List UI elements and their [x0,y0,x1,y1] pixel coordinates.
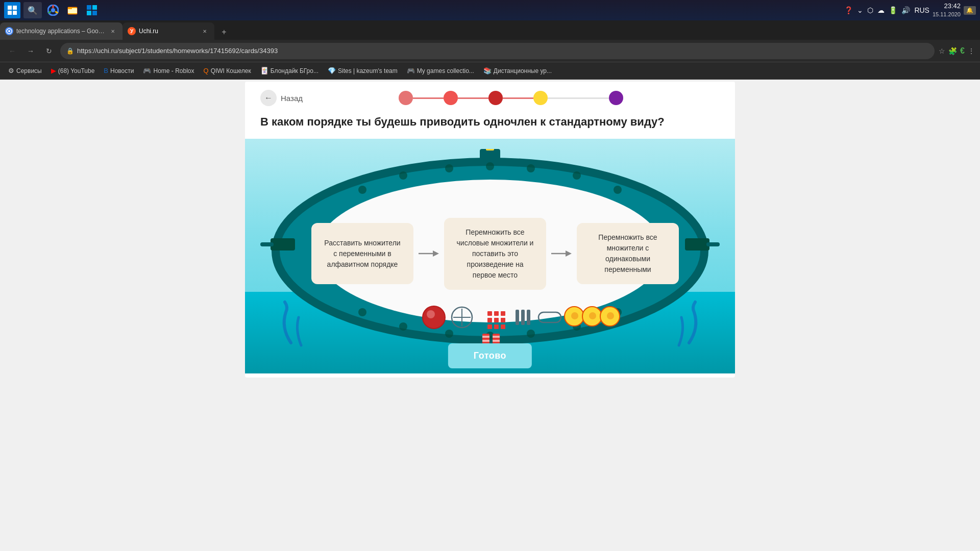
new-tab-button[interactable]: + [216,24,232,40]
submarine-scene: Расставить множители с переменными в алф… [245,139,735,373]
svg-rect-59 [501,324,505,329]
svg-point-21 [527,164,535,172]
volume-icon[interactable]: 🔊 [901,6,910,14]
svg-marker-71 [433,251,439,257]
svg-point-14 [8,30,10,32]
klondike-icon: 🃏 [260,67,268,74]
lang-label[interactable]: RUS [914,6,929,14]
svg-rect-8 [68,7,72,9]
svg-point-19 [445,164,453,172]
taskbar-system-icons: ❓ ⌄ ⬡ ☁ 🔋 🔊 RUS [844,6,929,14]
roblox-icon: 🎮 [143,67,151,74]
taskbar-explorer[interactable] [63,1,82,19]
progress-dot-5 [609,91,623,105]
step-card-1[interactable]: Расставить множители с переменными в алф… [311,223,413,284]
bookmarks-bar: ⚙ Сервисы ▶ (68) YouTube В Новости 🎮 Hom… [0,62,980,80]
top-navigation: ← Назад [245,82,735,110]
tab-uchi[interactable]: У Uchi.ru ✕ [122,22,214,40]
youtube-icon: ▶ [51,67,56,74]
svg-point-26 [445,330,453,338]
svg-rect-36 [486,149,494,151]
svg-rect-35 [480,149,500,162]
bluetooth-icon[interactable]: ⬡ [867,6,873,14]
address-bar-right: ☆ 🧩 € ⋮ [939,46,975,56]
address-bar: ← → ↻ 🔒 https://uchi.ru/subject/1/studen… [0,40,980,62]
page-content: ← Назад [0,80,980,551]
bookmark-distance[interactable]: 📚 Дистанционные ур... [479,65,556,77]
progress-dot-4 [533,91,548,105]
svg-rect-41 [482,340,489,342]
svg-point-20 [486,162,494,170]
step-card-2[interactable]: Перемножить все числовые множители и пос… [444,218,546,290]
ready-button[interactable]: Готово [448,343,532,368]
tab-google[interactable]: technology applications – Goog... ✕ [0,22,122,40]
svg-rect-11 [87,11,91,15]
progress-segment-4 [548,97,609,99]
svg-rect-44 [493,340,500,342]
kazeum-icon: 💎 [328,67,336,74]
ready-button-container: Готово [448,343,532,368]
games-icon: 🎮 [407,67,415,74]
bookmark-games[interactable]: 🎮 My games collectio... [403,65,478,77]
tab-close-uchi[interactable]: ✕ [200,27,209,36]
extensions-icon[interactable]: 🧩 [948,47,957,55]
svg-rect-43 [493,336,500,338]
bookmark-kazeum[interactable]: 💎 Sites | kazeum's team [324,65,402,77]
qiwi-icon: Q [204,67,209,74]
tab-close-google[interactable]: ✕ [108,27,117,36]
tab-favicon-uchi: У [128,27,136,35]
time-display: 23:42 [933,2,961,11]
cloud-icon[interactable]: ☁ [877,6,885,14]
start-button[interactable] [4,2,20,18]
browser-window: technology applications – Goog... ✕ У Uc… [0,20,980,551]
menu-icon[interactable]: ⋮ [968,47,975,55]
bookmark-klondike[interactable]: 🃏 Блондайк БГро... [256,65,323,77]
question-text: В каком порядке ты будешь приводить одно… [245,110,735,139]
forward-nav-button[interactable]: → [23,44,38,58]
refresh-button[interactable]: ↻ [42,44,56,58]
notification-btn[interactable]: 🔔 [964,6,976,15]
lock-icon: 🔒 [66,47,74,55]
bookmark-news[interactable]: В Новости [100,65,138,77]
taskbar-search[interactable]: 🔍 [23,2,42,18]
step-card-3[interactable]: Перемножить все множители с одинаковыми … [577,223,679,284]
progress-dot-3 [488,91,503,105]
tab-label-google: technology applications – Goog... [16,28,105,35]
svg-point-5 [51,8,55,12]
progress-segment-1 [413,97,444,99]
taskbar-store[interactable] [83,1,101,19]
svg-rect-2 [8,11,12,15]
distance-icon: 📚 [483,67,492,74]
svg-rect-40 [482,336,489,338]
bookmark-qiwi[interactable]: Q QIWI Кошелек [200,65,255,77]
progress-bar [303,91,720,105]
back-nav-button[interactable]: ← [5,44,19,58]
bookmark-services[interactable]: ⚙ Сервисы [4,65,46,77]
svg-rect-3 [13,11,17,15]
svg-point-22 [573,171,581,180]
svg-rect-0 [8,6,12,10]
bookmark-star-icon[interactable]: ☆ [939,47,945,55]
step-text-3: Перемножить все множители с одинаковыми … [587,232,669,275]
arrow-1 [419,247,439,260]
help-icon[interactable]: ❓ [844,6,853,14]
taskbar-chrome[interactable] [44,1,62,19]
steps-container: Расставить множители с переменными в алф… [301,187,679,320]
url-bar[interactable]: 🔒 https://uchi.ru/subject/1/students/hom… [60,43,935,59]
expand-icon[interactable]: ⌄ [857,6,863,14]
tab-favicon-google [5,27,13,35]
step-text-1: Расставить множители с переменными в алф… [322,238,403,270]
progress-dot-1 [399,91,413,105]
svg-rect-58 [494,324,499,329]
progress-segment-3 [503,97,533,99]
services-icon: ⚙ [8,67,14,74]
taskbar-right: ❓ ⌄ ⬡ ☁ 🔋 🔊 RUS 23:42 15.11.2020 🔔 [844,2,976,18]
bookmark-youtube[interactable]: ▶ (68) YouTube [47,65,99,77]
step-text-2: Перемножить все числовые множители и пос… [454,227,536,281]
svg-rect-9 [87,5,91,10]
back-button[interactable]: ← Назад [260,90,303,106]
svg-rect-32 [260,242,274,246]
bookmark-roblox[interactable]: 🎮 Home - Roblox [139,65,198,77]
profile-icon[interactable]: € [960,46,965,56]
svg-marker-73 [566,251,572,257]
